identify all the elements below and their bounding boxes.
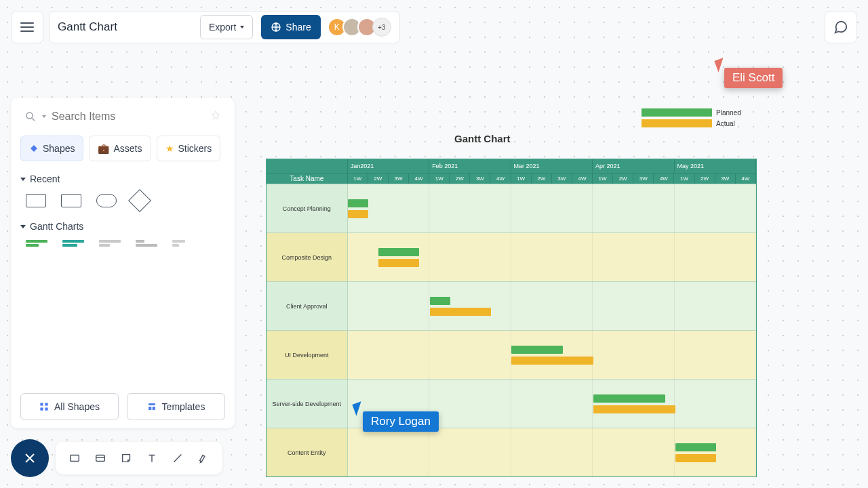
svg-rect-8 xyxy=(149,407,151,410)
task-name: Concept Planning xyxy=(267,184,348,232)
svg-rect-2 xyxy=(31,145,37,152)
all-shapes-button[interactable]: All Shapes xyxy=(20,393,119,420)
caret-down-icon xyxy=(20,225,26,228)
week-header: 1W xyxy=(674,173,694,184)
gantt-row[interactable]: Client Approval xyxy=(267,281,756,330)
week-header: 4W xyxy=(572,173,593,184)
text-tool[interactable] xyxy=(145,451,159,465)
gantt-row[interactable]: Server-side Development xyxy=(267,379,756,428)
caret-down-icon xyxy=(20,178,26,181)
search-input[interactable] xyxy=(52,110,205,123)
tab-stickers[interactable]: ★ Stickers xyxy=(157,136,221,161)
svg-rect-6 xyxy=(45,407,47,410)
section-recent[interactable]: Recent xyxy=(20,174,225,184)
pin-icon[interactable] xyxy=(210,110,221,123)
gantt-row[interactable]: Concept Planning xyxy=(267,184,756,232)
templates-button[interactable]: Templates xyxy=(127,393,225,420)
timeline-cell[interactable] xyxy=(348,428,756,476)
actual-bar[interactable] xyxy=(593,405,675,413)
planned-bar[interactable] xyxy=(378,248,419,256)
template-icon xyxy=(147,402,157,411)
hamburger-icon xyxy=(20,22,34,32)
note-tool[interactable] xyxy=(119,451,133,465)
planned-bar[interactable] xyxy=(675,443,716,451)
star-icon: ★ xyxy=(165,143,174,154)
tab-shapes[interactable]: Shapes xyxy=(20,136,83,161)
shape-rectangle[interactable] xyxy=(26,194,46,207)
gantt-thumb[interactable] xyxy=(99,240,121,249)
svg-rect-3 xyxy=(40,403,43,405)
actual-bar[interactable] xyxy=(348,210,368,218)
gantt-row[interactable]: UI Development xyxy=(267,330,756,379)
task-header-corner xyxy=(267,159,348,173)
tab-label: Stickers xyxy=(178,143,212,154)
gantt-thumb[interactable] xyxy=(26,240,47,249)
shape-pill[interactable] xyxy=(96,194,117,207)
month-header: Mar 2021 xyxy=(511,159,593,173)
share-label: Share xyxy=(285,22,311,33)
timeline-cell[interactable] xyxy=(348,330,756,379)
timeline-cell[interactable] xyxy=(348,184,756,232)
menu-button[interactable] xyxy=(11,11,43,43)
collaborator-avatars[interactable]: K +3 xyxy=(329,18,391,37)
actual-bar[interactable] xyxy=(378,259,419,267)
document-title[interactable]: Gantt Chart xyxy=(58,20,117,34)
actual-bar[interactable] xyxy=(430,308,492,316)
planned-bar[interactable] xyxy=(430,297,450,305)
shapes-icon xyxy=(39,402,49,411)
week-header: 2W xyxy=(450,173,470,184)
actual-bar[interactable] xyxy=(675,454,716,462)
week-header: 4W xyxy=(409,173,429,184)
week-header: 3W xyxy=(633,173,654,184)
week-header: 2W xyxy=(532,173,552,184)
chat-button[interactable] xyxy=(825,11,857,43)
legend-label: Actual xyxy=(716,120,735,127)
planned-bar[interactable] xyxy=(593,394,665,403)
week-header: 2W xyxy=(695,173,715,184)
week-header: 4W xyxy=(654,173,674,184)
planned-bar[interactable] xyxy=(511,346,563,354)
avatar-more[interactable]: +3 xyxy=(372,18,391,37)
chevron-down-icon xyxy=(240,26,244,28)
remote-cursor-eli: Eli Scott xyxy=(724,68,783,88)
week-header: 4W xyxy=(490,173,511,184)
gantt-chart[interactable]: Jan2021Feb 2021Mar 2021Apr 2021May 2021T… xyxy=(266,159,757,477)
section-label: Gantt Charts xyxy=(30,221,83,232)
task-name-header: Task Name xyxy=(267,173,348,184)
gantt-thumb[interactable] xyxy=(62,240,84,249)
gantt-thumb[interactable] xyxy=(172,240,194,249)
svg-rect-9 xyxy=(152,407,155,410)
chart-title: Gantt Chart xyxy=(454,133,511,144)
week-header: 4W xyxy=(736,173,756,184)
rectangle-tool[interactable] xyxy=(68,451,81,465)
export-button[interactable]: Export xyxy=(200,15,253,39)
gantt-row[interactable]: Composite Design xyxy=(267,232,756,281)
gantt-row[interactable]: Content Entity xyxy=(267,428,756,476)
title-card: Gantt Chart Export Share K +3 xyxy=(49,11,400,43)
search-icon xyxy=(24,110,37,123)
planned-bar[interactable] xyxy=(348,199,368,207)
timeline-cell[interactable] xyxy=(348,281,756,330)
line-tool[interactable] xyxy=(171,451,184,465)
close-icon xyxy=(23,451,37,465)
highlighter-tool[interactable] xyxy=(197,451,210,465)
week-header: 2W xyxy=(613,173,633,184)
shape-diamond[interactable] xyxy=(128,189,151,212)
svg-rect-5 xyxy=(40,407,43,410)
tab-assets[interactable]: 💼 Assets xyxy=(89,136,151,161)
week-header: 1W xyxy=(593,173,613,184)
gantt-thumb[interactable] xyxy=(136,240,157,249)
chevron-down-icon[interactable] xyxy=(42,115,46,118)
shapes-panel: Shapes 💼 Assets ★ Stickers Recent Gantt … xyxy=(11,98,235,428)
week-header: 3W xyxy=(470,173,490,184)
diamond-icon xyxy=(29,144,39,153)
close-fab[interactable] xyxy=(11,439,49,477)
month-header: Apr 2021 xyxy=(593,159,674,173)
timeline-cell[interactable] xyxy=(348,232,756,281)
share-button[interactable]: Share xyxy=(261,15,320,39)
export-label: Export xyxy=(209,22,236,33)
actual-bar[interactable] xyxy=(511,357,593,365)
section-gantt-charts[interactable]: Gantt Charts xyxy=(20,221,225,232)
card-tool[interactable] xyxy=(94,451,107,465)
shape-rectangle[interactable] xyxy=(61,194,81,207)
